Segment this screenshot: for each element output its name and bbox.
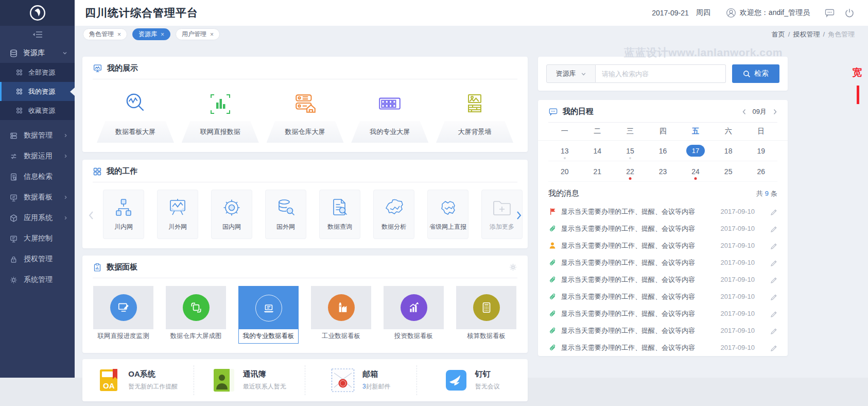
chevron-right-icon xyxy=(63,133,68,138)
work-tile-label: 川内网 xyxy=(114,223,133,231)
calendar-day[interactable]: 16 xyxy=(647,141,680,161)
annotation-bar xyxy=(857,86,859,104)
settings-gear-icon[interactable] xyxy=(509,263,517,272)
databoard-tile-warehouse-mapping[interactable]: 数据仓库大屏成图 xyxy=(166,286,226,344)
work-tile-provincial-online-report[interactable]: 省级网上直报 xyxy=(427,190,468,239)
sidebar-item-info-search[interactable]: 信息检索 xyxy=(0,166,75,187)
calendar-day[interactable]: 20 xyxy=(548,161,581,182)
message-date: 2017-09-10 xyxy=(721,259,755,266)
quicklink-subtitle: 暂无新的工作提醒 xyxy=(128,382,178,391)
scroll-right-arrow[interactable] xyxy=(515,210,523,221)
quicklink-mailbox[interactable]: 邮箱 3封新邮件 xyxy=(305,365,417,395)
edit-icon[interactable] xyxy=(770,276,777,283)
main-area: 四川统计综合管理平台 2017-09-21 周四 欢迎您：andif_管理员 xyxy=(75,0,868,378)
work-tile-label: 数据分析 xyxy=(381,223,406,231)
sidebar-item-bigscreen-control[interactable]: 大屏控制 xyxy=(0,228,75,249)
sidebar-item-data-board[interactable]: 数据看板 xyxy=(0,187,75,208)
edit-icon[interactable] xyxy=(770,259,777,266)
work-tile-data-analysis[interactable]: 数据分析 xyxy=(373,190,414,239)
tab-role-management[interactable]: 角色管理 xyxy=(83,28,127,40)
edit-icon[interactable] xyxy=(770,208,777,215)
display-card-warehouse-screen[interactable]: 数据仓库大屏 xyxy=(267,88,344,143)
databoard-tile-investment-board[interactable]: 投资数据看板 xyxy=(384,286,444,344)
work-tile-label: 省级网上直报 xyxy=(429,223,466,231)
work-tile-intranet-sichuan[interactable]: 川内网 xyxy=(103,190,144,239)
calendar-day[interactable]: 24 xyxy=(679,161,712,182)
calendar-day-selected[interactable]: 17 xyxy=(679,141,712,161)
work-tile-foreign-net[interactable]: 国外网 xyxy=(265,190,306,239)
tab-resource-library[interactable]: 资源库 xyxy=(132,28,170,40)
close-icon[interactable] xyxy=(161,31,164,38)
databoard-tile-industry-board[interactable]: 工业数据看板 xyxy=(311,286,371,344)
section-title: 我的工作 xyxy=(107,166,137,176)
sidebar-item-favorite-resources[interactable]: 收藏资源 xyxy=(0,101,75,120)
calendar-day[interactable]: 15 xyxy=(614,141,647,161)
databoard-tile-accounting-board[interactable]: 核算数据看板 xyxy=(456,286,516,344)
sidebar-group-label: 资源库 xyxy=(23,48,45,58)
new-mail-count: 3 xyxy=(362,383,366,390)
sidebar-item-my-resources[interactable]: 我的资源 xyxy=(0,82,75,101)
user-icon xyxy=(726,8,736,18)
edit-icon[interactable] xyxy=(770,242,777,249)
messages-count: 共9条 xyxy=(756,189,777,198)
sidebar-item-authorization[interactable]: 授权管理 xyxy=(0,249,75,269)
search-category-select[interactable]: 资源库 xyxy=(546,64,596,83)
grid-icon xyxy=(15,107,23,114)
calendar-day[interactable]: 22 xyxy=(614,161,647,182)
breadcrumb-home[interactable]: 首页 xyxy=(772,30,785,38)
breadcrumb-section[interactable]: 授权管理 xyxy=(793,30,820,38)
paperclip-icon xyxy=(548,293,557,300)
databoard-tile-online-report-monitor[interactable]: 联网直报进度监测 xyxy=(93,286,153,344)
display-card-databoard-screen[interactable]: 数据看板大屏 xyxy=(97,88,174,143)
calendar-week-row: 20 21 22 23 24 25 26 xyxy=(538,161,788,182)
calendar-day[interactable]: 14 xyxy=(581,141,614,161)
search-input[interactable] xyxy=(596,64,726,83)
tab-user-management[interactable]: 用户管理 xyxy=(176,28,220,40)
prev-month-arrow[interactable] xyxy=(742,109,747,115)
content: 我的展示 数据看板大屏 xyxy=(75,43,868,401)
quicklink-contacts[interactable]: 通讯簿 最近联系人暂无 xyxy=(194,365,306,395)
sidebar-item-all-resources[interactable]: 全部资源 xyxy=(0,63,75,82)
welcome-text: 欢迎您：andif_管理员 xyxy=(740,8,810,18)
display-card-professional-screen[interactable]: 我的专业大屏 xyxy=(351,88,428,143)
calendar-day[interactable]: 19 xyxy=(744,141,777,161)
sidebar-collapse-button[interactable] xyxy=(0,26,75,43)
work-tile-extranet-sichuan[interactable]: 川外网 xyxy=(157,190,198,239)
calendar-day[interactable]: 18 xyxy=(712,141,745,161)
calendar-day[interactable]: 25 xyxy=(712,161,745,182)
next-month-arrow[interactable] xyxy=(773,109,777,115)
paperclip-icon xyxy=(548,344,557,351)
lock-icon xyxy=(9,255,18,264)
close-icon[interactable] xyxy=(117,31,121,38)
search-button[interactable]: 检索 xyxy=(732,64,779,83)
edit-icon[interactable] xyxy=(770,225,777,232)
message-bubble-icon[interactable] xyxy=(824,8,835,18)
quicklink-dingtalk[interactable]: 钉钉 暂无会议 xyxy=(417,365,528,395)
edit-icon[interactable] xyxy=(770,344,777,351)
calendar-day[interactable]: 26 xyxy=(744,161,777,182)
message-date: 2017-09-10 xyxy=(721,344,755,351)
scroll-left-arrow[interactable] xyxy=(88,210,95,221)
close-icon[interactable] xyxy=(210,31,214,38)
dingtalk-icon xyxy=(445,368,467,393)
edit-icon[interactable] xyxy=(770,327,777,334)
display-card-background-wall[interactable]: 大屏背景墙 xyxy=(436,88,513,143)
power-icon[interactable] xyxy=(844,8,855,18)
edit-icon[interactable] xyxy=(770,293,777,300)
work-tile-domestic-net[interactable]: 国内网 xyxy=(211,190,252,239)
sidebar-group-resource-library[interactable]: 资源库 xyxy=(0,43,75,63)
calendar-day[interactable]: 13 xyxy=(548,141,581,161)
calendar-day[interactable]: 23 xyxy=(647,161,680,182)
sidebar-item-data-application[interactable]: 数据运用 xyxy=(0,146,75,166)
user-menu[interactable]: 欢迎您：andif_管理员 xyxy=(726,8,810,18)
quicklink-oa-system[interactable]: OA OA系统 暂无新的工作提醒 xyxy=(82,365,194,395)
edit-icon[interactable] xyxy=(770,310,777,317)
sidebar-item-application-system[interactable]: 应用系统 xyxy=(0,208,75,228)
sidebar-item-data-management[interactable]: 数据管理 xyxy=(0,125,75,146)
sichuan-map-icon xyxy=(438,197,458,218)
databoard-tile-my-professional-board[interactable]: 我的专业数据看板 xyxy=(238,286,299,344)
calendar-day[interactable]: 21 xyxy=(581,161,614,182)
display-card-online-report-data[interactable]: 联网直报数据 xyxy=(182,88,259,143)
work-tile-data-query[interactable]: 数据查询 xyxy=(319,190,360,239)
sidebar-item-system-management[interactable]: 系统管理 xyxy=(0,269,75,290)
